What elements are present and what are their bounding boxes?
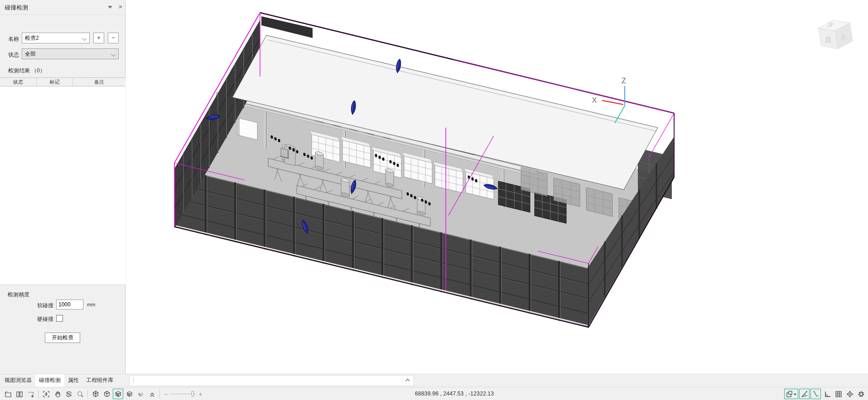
zoom-out-button[interactable]: − — [162, 390, 170, 398]
settings-button[interactable] — [856, 389, 866, 399]
precision-title: 检测精度 — [8, 291, 29, 299]
selection-filter-icon — [786, 390, 797, 398]
status-combobox[interactable]: 全部 — [22, 48, 119, 59]
double-chevron-up-icon — [148, 390, 156, 398]
hard-collision-label: 硬碰撞 — [37, 315, 53, 323]
grid-icon — [834, 390, 843, 398]
tab-collision[interactable]: 碰撞检测 — [35, 374, 64, 387]
ortho-button[interactable] — [822, 389, 832, 399]
tab-component-lib[interactable]: 工程组件库 — [82, 374, 117, 387]
angle-snap-icon — [800, 390, 809, 398]
column-note[interactable]: 备注 — [72, 78, 125, 86]
start-check-button[interactable]: 开始检查 — [45, 333, 80, 343]
axis-x-label: X — [592, 96, 597, 104]
angle-snap-button[interactable] — [799, 389, 810, 399]
new-view-icon — [4, 390, 12, 398]
results-table-header: 状态 标记 备注 — [0, 77, 125, 86]
magnifier-icon — [76, 390, 84, 398]
tile-views-icon — [15, 390, 24, 398]
axis-z-label: Z — [622, 77, 626, 85]
nav-cube-front-label: 后 — [825, 36, 831, 43]
ucs-gizmo-icon — [846, 390, 854, 398]
orbit-icon — [65, 390, 73, 398]
soft-collision-label: 软碰撞 — [37, 302, 53, 310]
chevron-down-icon — [111, 52, 115, 56]
drag-handle-icon[interactable]: ⋮⋮ — [131, 377, 133, 385]
viewport-3d[interactable]: Z X 顶 后 左 — [126, 0, 868, 374]
building-model — [174, 13, 674, 348]
pan-button[interactable] — [52, 389, 63, 399]
soft-collision-unit: mm — [87, 302, 95, 307]
remove-check-button[interactable]: − — [108, 33, 119, 43]
toolbar-separator — [38, 390, 39, 398]
selection-filter-button[interactable] — [784, 389, 798, 399]
add-check-button[interactable]: + — [93, 33, 104, 43]
shaded-cube-icon — [114, 390, 122, 398]
view-toolbar: − + — [2, 389, 204, 399]
shaded-edges-style-button[interactable] — [124, 389, 135, 399]
name-combobox[interactable]: 检查2 — [22, 33, 90, 43]
column-mark[interactable]: 标记 — [36, 78, 72, 86]
panel-title: 碰撞检测 — [5, 4, 28, 12]
zoom-slider-control: − + — [162, 390, 204, 398]
realistic-cube-icon — [137, 390, 145, 398]
tile-views-button[interactable] — [14, 389, 24, 399]
status-bar: − + 68839.96 , 2447.53 , -12322.13 — [0, 387, 868, 400]
chevron-up-icon — [404, 376, 411, 384]
model-canvas[interactable]: Z X 顶 后 左 — [126, 0, 868, 374]
results-label: 检测结果 — [8, 67, 30, 74]
zoom-extents-button[interactable] — [41, 389, 51, 399]
status-combobox-value: 全部 — [25, 51, 36, 57]
zoom-extents-icon — [42, 390, 50, 398]
shaded-style-button[interactable] — [113, 389, 123, 399]
cursor-coordinates: 68839.96 , 2447.53 , -12322.13 — [364, 390, 545, 397]
toolbar-separator — [87, 390, 88, 398]
orbit-button[interactable] — [63, 389, 74, 399]
shaded-edges-cube-icon — [125, 390, 134, 398]
perpendicular-snap-icon — [812, 390, 820, 398]
zoom-window-button[interactable] — [75, 389, 85, 399]
nav-cube[interactable]: 顶 后 左 — [818, 18, 854, 51]
precision-section: 检测精度 软碰撞 mm 硬碰撞 开始检查 — [0, 286, 125, 374]
hiddenline-cube-icon — [103, 390, 111, 398]
snap-toolbar — [784, 389, 867, 399]
new-view-button[interactable] — [3, 389, 13, 399]
chevron-down-icon — [82, 37, 86, 40]
panel-header: 碰撞检测 × — [0, 0, 125, 15]
gear-icon — [857, 390, 865, 398]
status-label: 状态 — [8, 51, 19, 59]
column-status[interactable]: 状态 — [0, 78, 36, 86]
dock-tabs: 视图浏览器 碰撞检测 属性 工程组件库 — [1, 374, 117, 387]
realistic-style-button[interactable] — [135, 389, 146, 399]
soft-collision-input[interactable] — [56, 300, 83, 310]
results-count: （0） — [31, 67, 45, 74]
zoom-slider-track[interactable] — [170, 394, 196, 394]
pan-hand-icon — [53, 390, 62, 398]
ucs-gizmo-button[interactable] — [844, 389, 855, 399]
right-angle-icon — [823, 390, 831, 398]
lower-strip: 视图浏览器 碰撞检测 属性 工程组件库 ⋮⋮ — [0, 374, 868, 387]
panel-close-icon[interactable]: × — [117, 3, 124, 11]
hiddenline-style-button[interactable] — [101, 389, 112, 399]
expand-styles-button[interactable] — [147, 389, 157, 399]
toolbar-separator — [159, 390, 160, 398]
hard-collision-checkbox[interactable] — [56, 315, 63, 322]
panel-collapse-icon[interactable] — [108, 6, 112, 9]
perpendicular-snap-button[interactable] — [810, 389, 821, 399]
wireframe-style-button[interactable] — [90, 389, 101, 399]
add-view-icon — [27, 390, 35, 398]
name-combobox-value: 检查2 — [25, 35, 39, 41]
results-list[interactable] — [0, 86, 125, 285]
results-line: 检测结果 （0） — [8, 67, 45, 75]
collision-panel: 碰撞检测 × 名称 检查2 + − 状态 全部 检测结果 （0） 状态 标记 备… — [0, 0, 125, 374]
add-view-button[interactable] — [25, 389, 36, 399]
name-label: 名称 — [8, 35, 19, 43]
zoom-slider-handle[interactable] — [192, 391, 194, 396]
tab-properties[interactable]: 属性 — [64, 374, 82, 387]
wireframe-cube-icon — [92, 390, 100, 398]
grid-button[interactable] — [833, 389, 844, 399]
command-bar-collapse-button[interactable] — [402, 376, 412, 385]
zoom-in-button[interactable]: + — [196, 390, 204, 398]
command-bar[interactable]: ⋮⋮ — [129, 375, 414, 386]
tab-view-browser[interactable]: 视图浏览器 — [1, 374, 35, 387]
